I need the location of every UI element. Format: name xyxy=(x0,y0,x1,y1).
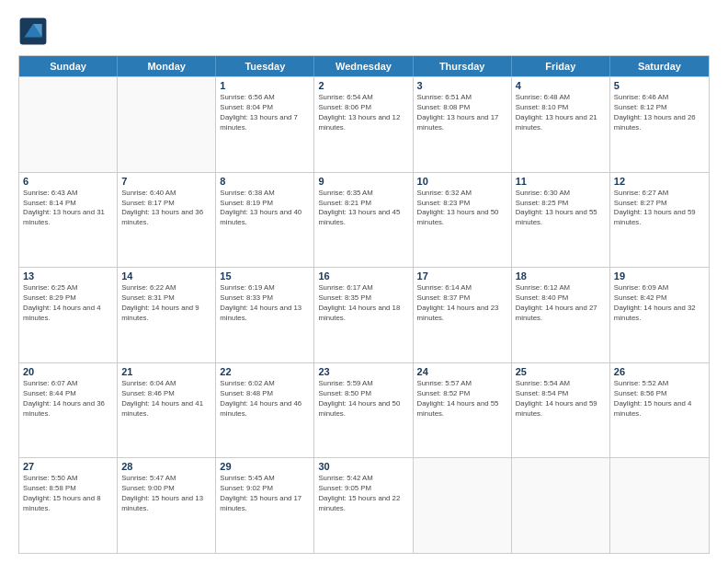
calendar-cell: 10Sunrise: 6:32 AM Sunset: 8:23 PM Dayli… xyxy=(414,173,512,268)
day-info: Sunrise: 6:17 AM Sunset: 8:35 PM Dayligh… xyxy=(318,283,408,324)
day-number: 6 xyxy=(23,176,113,187)
day-number: 5 xyxy=(614,80,705,91)
header-day-saturday: Saturday xyxy=(610,56,709,76)
day-info: Sunrise: 5:52 AM Sunset: 8:56 PM Dayligh… xyxy=(614,379,705,419)
day-number: 26 xyxy=(614,366,705,377)
day-number: 13 xyxy=(23,270,113,282)
calendar-row-5: 27Sunrise: 5:50 AM Sunset: 8:58 PM Dayli… xyxy=(19,457,709,553)
day-info: Sunrise: 5:42 AM Sunset: 9:05 PM Dayligh… xyxy=(318,474,408,514)
calendar-cell xyxy=(118,77,216,172)
calendar-cell: 21Sunrise: 6:04 AM Sunset: 8:46 PM Dayli… xyxy=(118,363,216,458)
calendar-cell: 3Sunrise: 6:51 AM Sunset: 8:08 PM Daylig… xyxy=(414,77,512,172)
day-number: 23 xyxy=(318,366,408,377)
calendar-cell: 27Sunrise: 5:50 AM Sunset: 8:58 PM Dayli… xyxy=(19,458,118,553)
header-day-monday: Monday xyxy=(118,56,216,76)
logo xyxy=(18,17,51,46)
day-info: Sunrise: 6:19 AM Sunset: 8:33 PM Dayligh… xyxy=(220,283,310,324)
calendar-cell: 29Sunrise: 5:45 AM Sunset: 9:02 PM Dayli… xyxy=(216,458,314,553)
calendar-cell: 13Sunrise: 6:25 AM Sunset: 8:29 PM Dayli… xyxy=(19,268,118,362)
day-number: 12 xyxy=(614,176,705,187)
header-day-thursday: Thursday xyxy=(414,56,512,76)
day-number: 1 xyxy=(220,80,310,91)
header-day-friday: Friday xyxy=(512,56,610,76)
day-info: Sunrise: 6:02 AM Sunset: 8:48 PM Dayligh… xyxy=(220,379,310,419)
day-info: Sunrise: 6:09 AM Sunset: 8:42 PM Dayligh… xyxy=(614,283,705,324)
calendar-cell: 17Sunrise: 6:14 AM Sunset: 8:37 PM Dayli… xyxy=(414,268,512,362)
calendar-cell: 8Sunrise: 6:38 AM Sunset: 8:19 PM Daylig… xyxy=(216,173,314,268)
day-info: Sunrise: 6:35 AM Sunset: 8:21 PM Dayligh… xyxy=(318,189,408,229)
day-info: Sunrise: 5:57 AM Sunset: 8:52 PM Dayligh… xyxy=(417,379,507,419)
calendar-cell: 25Sunrise: 5:54 AM Sunset: 8:54 PM Dayli… xyxy=(512,363,610,458)
day-number: 3 xyxy=(417,80,507,91)
day-number: 21 xyxy=(121,366,211,377)
day-info: Sunrise: 6:27 AM Sunset: 8:27 PM Dayligh… xyxy=(614,189,705,229)
day-number: 17 xyxy=(417,270,507,282)
calendar-cell: 5Sunrise: 6:46 AM Sunset: 8:12 PM Daylig… xyxy=(610,77,709,172)
day-number: 16 xyxy=(318,270,408,282)
calendar-cell: 16Sunrise: 6:17 AM Sunset: 8:35 PM Dayli… xyxy=(314,268,413,362)
calendar-header: SundayMondayTuesdayWednesdayThursdayFrid… xyxy=(19,56,709,76)
calendar-cell: 6Sunrise: 6:43 AM Sunset: 8:14 PM Daylig… xyxy=(19,173,118,268)
calendar-cell: 9Sunrise: 6:35 AM Sunset: 8:21 PM Daylig… xyxy=(314,173,413,268)
day-info: Sunrise: 6:51 AM Sunset: 8:08 PM Dayligh… xyxy=(417,93,507,133)
day-number: 29 xyxy=(220,461,310,472)
day-number: 2 xyxy=(318,80,408,91)
day-info: Sunrise: 6:38 AM Sunset: 8:19 PM Dayligh… xyxy=(220,189,310,229)
day-info: Sunrise: 6:12 AM Sunset: 8:40 PM Dayligh… xyxy=(516,283,606,324)
calendar-cell: 26Sunrise: 5:52 AM Sunset: 8:56 PM Dayli… xyxy=(610,363,709,458)
calendar-row-3: 13Sunrise: 6:25 AM Sunset: 8:29 PM Dayli… xyxy=(19,267,709,362)
day-info: Sunrise: 6:22 AM Sunset: 8:31 PM Dayligh… xyxy=(121,283,211,324)
day-number: 9 xyxy=(318,176,408,187)
calendar-cell: 23Sunrise: 5:59 AM Sunset: 8:50 PM Dayli… xyxy=(314,363,413,458)
calendar-cell: 24Sunrise: 5:57 AM Sunset: 8:52 PM Dayli… xyxy=(414,363,512,458)
calendar-row-2: 6Sunrise: 6:43 AM Sunset: 8:14 PM Daylig… xyxy=(19,172,709,268)
day-info: Sunrise: 6:07 AM Sunset: 8:44 PM Dayligh… xyxy=(23,379,113,419)
day-info: Sunrise: 6:14 AM Sunset: 8:37 PM Dayligh… xyxy=(417,283,507,324)
calendar-cell: 11Sunrise: 6:30 AM Sunset: 8:25 PM Dayli… xyxy=(512,173,610,268)
day-number: 22 xyxy=(220,366,310,377)
day-info: Sunrise: 6:30 AM Sunset: 8:25 PM Dayligh… xyxy=(516,189,606,229)
calendar-cell: 2Sunrise: 6:54 AM Sunset: 8:06 PM Daylig… xyxy=(314,77,413,172)
day-number: 10 xyxy=(417,176,507,187)
logo-icon xyxy=(18,17,48,46)
calendar-cell xyxy=(19,77,118,172)
day-info: Sunrise: 6:40 AM Sunset: 8:17 PM Dayligh… xyxy=(121,189,211,229)
day-info: Sunrise: 5:50 AM Sunset: 8:58 PM Dayligh… xyxy=(23,474,113,514)
day-info: Sunrise: 6:04 AM Sunset: 8:46 PM Dayligh… xyxy=(121,379,211,419)
day-info: Sunrise: 5:45 AM Sunset: 9:02 PM Dayligh… xyxy=(220,474,310,514)
day-number: 7 xyxy=(121,176,211,187)
day-number: 15 xyxy=(220,270,310,282)
day-number: 24 xyxy=(417,366,507,377)
day-number: 18 xyxy=(516,270,606,282)
calendar-cell: 19Sunrise: 6:09 AM Sunset: 8:42 PM Dayli… xyxy=(610,268,709,362)
calendar-cell: 1Sunrise: 6:56 AM Sunset: 8:04 PM Daylig… xyxy=(216,77,314,172)
calendar-cell xyxy=(414,458,512,553)
day-number: 25 xyxy=(516,366,606,377)
day-number: 14 xyxy=(121,270,211,282)
day-info: Sunrise: 6:46 AM Sunset: 8:12 PM Dayligh… xyxy=(614,93,705,133)
calendar-cell: 18Sunrise: 6:12 AM Sunset: 8:40 PM Dayli… xyxy=(512,268,610,362)
page: SundayMondayTuesdayWednesdayThursdayFrid… xyxy=(0,0,728,563)
day-info: Sunrise: 5:47 AM Sunset: 9:00 PM Dayligh… xyxy=(121,474,211,514)
calendar-cell: 12Sunrise: 6:27 AM Sunset: 8:27 PM Dayli… xyxy=(610,173,709,268)
calendar-cell: 28Sunrise: 5:47 AM Sunset: 9:00 PM Dayli… xyxy=(118,458,216,553)
calendar-cell xyxy=(610,458,709,553)
day-info: Sunrise: 6:56 AM Sunset: 8:04 PM Dayligh… xyxy=(220,93,310,133)
calendar-body: 1Sunrise: 6:56 AM Sunset: 8:04 PM Daylig… xyxy=(19,76,709,553)
calendar-row-4: 20Sunrise: 6:07 AM Sunset: 8:44 PM Dayli… xyxy=(19,362,709,458)
calendar-row-1: 1Sunrise: 6:56 AM Sunset: 8:04 PM Daylig… xyxy=(19,76,709,172)
calendar-cell: 22Sunrise: 6:02 AM Sunset: 8:48 PM Dayli… xyxy=(216,363,314,458)
day-number: 28 xyxy=(121,461,211,472)
day-info: Sunrise: 6:54 AM Sunset: 8:06 PM Dayligh… xyxy=(318,93,408,133)
day-number: 8 xyxy=(220,176,310,187)
calendar-cell: 15Sunrise: 6:19 AM Sunset: 8:33 PM Dayli… xyxy=(216,268,314,362)
calendar-cell: 20Sunrise: 6:07 AM Sunset: 8:44 PM Dayli… xyxy=(19,363,118,458)
day-info: Sunrise: 5:54 AM Sunset: 8:54 PM Dayligh… xyxy=(516,379,606,419)
day-info: Sunrise: 6:48 AM Sunset: 8:10 PM Dayligh… xyxy=(516,93,606,133)
day-number: 20 xyxy=(23,366,113,377)
day-info: Sunrise: 6:43 AM Sunset: 8:14 PM Dayligh… xyxy=(23,189,113,229)
header-day-wednesday: Wednesday xyxy=(314,56,413,76)
day-number: 19 xyxy=(614,270,705,282)
header-day-sunday: Sunday xyxy=(19,56,118,76)
day-info: Sunrise: 6:25 AM Sunset: 8:29 PM Dayligh… xyxy=(23,283,113,324)
